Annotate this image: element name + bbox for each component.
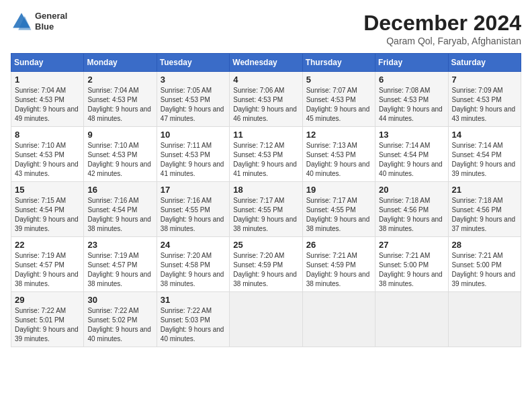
cell-info: Sunrise: 7:08 AMSunset: 4:53 PMDaylight:… xyxy=(379,86,444,124)
calendar-cell: 4Sunrise: 7:06 AMSunset: 4:53 PMDaylight… xyxy=(230,72,302,127)
calendar-cell: 16Sunrise: 7:16 AMSunset: 4:54 PMDayligh… xyxy=(84,182,157,237)
day-number: 3 xyxy=(161,75,226,85)
calendar-cell: 22Sunrise: 7:19 AMSunset: 4:57 PMDayligh… xyxy=(11,237,84,292)
calendar-cell: 25Sunrise: 7:20 AMSunset: 4:59 PMDayligh… xyxy=(230,237,302,292)
cell-info: Sunrise: 7:16 AMSunset: 4:55 PMDaylight:… xyxy=(161,196,226,234)
cell-info: Sunrise: 7:19 AMSunset: 4:57 PMDaylight:… xyxy=(15,251,80,289)
calendar-cell xyxy=(448,292,521,347)
day-number: 22 xyxy=(15,240,80,250)
calendar-cell: 24Sunrise: 7:20 AMSunset: 4:58 PMDayligh… xyxy=(157,237,229,292)
cell-info: Sunrise: 7:06 AMSunset: 4:53 PMDaylight:… xyxy=(233,86,298,124)
calendar-cell: 26Sunrise: 7:21 AMSunset: 4:59 PMDayligh… xyxy=(302,237,375,292)
week-row-5: 29Sunrise: 7:22 AMSunset: 5:01 PMDayligh… xyxy=(11,292,521,347)
day-number: 11 xyxy=(233,130,298,140)
calendar-cell: 13Sunrise: 7:14 AMSunset: 4:54 PMDayligh… xyxy=(375,127,448,182)
cell-info: Sunrise: 7:22 AMSunset: 5:03 PMDaylight:… xyxy=(161,306,226,344)
header-row: SundayMondayTuesdayWednesdayThursdayFrid… xyxy=(11,54,521,72)
day-number: 25 xyxy=(233,240,298,250)
header-cell-saturday: Saturday xyxy=(448,54,521,72)
day-number: 28 xyxy=(452,240,517,250)
calendar-cell: 6Sunrise: 7:08 AMSunset: 4:53 PMDaylight… xyxy=(375,72,448,127)
calendar-cell: 3Sunrise: 7:05 AMSunset: 4:53 PMDaylight… xyxy=(157,72,229,127)
cell-info: Sunrise: 7:11 AMSunset: 4:53 PMDaylight:… xyxy=(161,141,226,179)
month-title: December 2024 xyxy=(363,11,521,36)
calendar-cell: 1Sunrise: 7:04 AMSunset: 4:53 PMDaylight… xyxy=(11,72,84,127)
calendar-cell: 8Sunrise: 7:10 AMSunset: 4:53 PMDaylight… xyxy=(11,127,84,182)
day-number: 6 xyxy=(379,75,444,85)
day-number: 24 xyxy=(161,240,226,250)
cell-info: Sunrise: 7:17 AMSunset: 4:55 PMDaylight:… xyxy=(233,196,298,234)
header-cell-wednesday: Wednesday xyxy=(230,54,302,72)
cell-info: Sunrise: 7:04 AMSunset: 4:53 PMDaylight:… xyxy=(87,86,152,124)
calendar-cell: 14Sunrise: 7:14 AMSunset: 4:54 PMDayligh… xyxy=(448,127,521,182)
day-number: 21 xyxy=(452,185,517,195)
calendar-cell: 15Sunrise: 7:15 AMSunset: 4:54 PMDayligh… xyxy=(11,182,84,237)
cell-info: Sunrise: 7:16 AMSunset: 4:54 PMDaylight:… xyxy=(87,196,152,234)
day-number: 7 xyxy=(452,75,517,85)
day-number: 19 xyxy=(306,185,371,195)
week-row-3: 15Sunrise: 7:15 AMSunset: 4:54 PMDayligh… xyxy=(11,182,521,237)
calendar-cell: 27Sunrise: 7:21 AMSunset: 5:00 PMDayligh… xyxy=(375,237,448,292)
cell-info: Sunrise: 7:19 AMSunset: 4:57 PMDaylight:… xyxy=(87,251,152,289)
calendar-cell: 21Sunrise: 7:18 AMSunset: 4:56 PMDayligh… xyxy=(448,182,521,237)
day-number: 31 xyxy=(161,295,226,305)
header-cell-friday: Friday xyxy=(375,54,448,72)
cell-info: Sunrise: 7:21 AMSunset: 4:59 PMDaylight:… xyxy=(306,251,371,289)
cell-info: Sunrise: 7:21 AMSunset: 5:00 PMDaylight:… xyxy=(452,251,517,289)
calendar-cell xyxy=(375,292,448,347)
page-header: General Blue December 2024 Qaram Qol, Fa… xyxy=(11,11,521,46)
calendar-cell: 20Sunrise: 7:18 AMSunset: 4:56 PMDayligh… xyxy=(375,182,448,237)
day-number: 29 xyxy=(15,295,80,305)
day-number: 9 xyxy=(87,130,152,140)
calendar-cell: 9Sunrise: 7:10 AMSunset: 4:53 PMDaylight… xyxy=(84,127,157,182)
logo: General Blue xyxy=(11,11,67,32)
cell-info: Sunrise: 7:22 AMSunset: 5:02 PMDaylight:… xyxy=(87,306,152,344)
calendar-cell: 11Sunrise: 7:12 AMSunset: 4:53 PMDayligh… xyxy=(230,127,302,182)
cell-info: Sunrise: 7:15 AMSunset: 4:54 PMDaylight:… xyxy=(15,196,80,234)
cell-info: Sunrise: 7:20 AMSunset: 4:59 PMDaylight:… xyxy=(233,251,298,289)
logo-text: General Blue xyxy=(35,11,67,32)
calendar-cell: 17Sunrise: 7:16 AMSunset: 4:55 PMDayligh… xyxy=(157,182,229,237)
day-number: 18 xyxy=(233,185,298,195)
cell-info: Sunrise: 7:21 AMSunset: 5:00 PMDaylight:… xyxy=(379,251,444,289)
day-number: 10 xyxy=(161,130,226,140)
day-number: 26 xyxy=(306,240,371,250)
logo-icon xyxy=(11,11,32,32)
cell-info: Sunrise: 7:12 AMSunset: 4:53 PMDaylight:… xyxy=(233,141,298,179)
day-number: 13 xyxy=(379,130,444,140)
calendar-table: SundayMondayTuesdayWednesdayThursdayFrid… xyxy=(11,53,521,347)
day-number: 8 xyxy=(15,130,80,140)
day-number: 4 xyxy=(233,75,298,85)
header-cell-monday: Monday xyxy=(84,54,157,72)
calendar-cell: 29Sunrise: 7:22 AMSunset: 5:01 PMDayligh… xyxy=(11,292,84,347)
cell-info: Sunrise: 7:07 AMSunset: 4:53 PMDaylight:… xyxy=(306,86,371,124)
day-number: 30 xyxy=(87,295,152,305)
header-cell-sunday: Sunday xyxy=(11,54,84,72)
location: Qaram Qol, Faryab, Afghanistan xyxy=(363,36,521,46)
calendar-cell: 2Sunrise: 7:04 AMSunset: 4:53 PMDaylight… xyxy=(84,72,157,127)
day-number: 1 xyxy=(15,75,80,85)
cell-info: Sunrise: 7:14 AMSunset: 4:54 PMDaylight:… xyxy=(379,141,444,179)
header-cell-thursday: Thursday xyxy=(302,54,375,72)
calendar-cell: 19Sunrise: 7:17 AMSunset: 4:55 PMDayligh… xyxy=(302,182,375,237)
cell-info: Sunrise: 7:18 AMSunset: 4:56 PMDaylight:… xyxy=(452,196,517,234)
day-number: 27 xyxy=(379,240,444,250)
cell-info: Sunrise: 7:05 AMSunset: 4:53 PMDaylight:… xyxy=(161,86,226,124)
calendar-cell: 23Sunrise: 7:19 AMSunset: 4:57 PMDayligh… xyxy=(84,237,157,292)
calendar-cell xyxy=(230,292,302,347)
day-number: 14 xyxy=(452,130,517,140)
cell-info: Sunrise: 7:04 AMSunset: 4:53 PMDaylight:… xyxy=(15,86,80,124)
calendar-cell: 7Sunrise: 7:09 AMSunset: 4:53 PMDaylight… xyxy=(448,72,521,127)
day-number: 5 xyxy=(306,75,371,85)
week-row-4: 22Sunrise: 7:19 AMSunset: 4:57 PMDayligh… xyxy=(11,237,521,292)
cell-info: Sunrise: 7:10 AMSunset: 4:53 PMDaylight:… xyxy=(15,141,80,179)
day-number: 2 xyxy=(87,75,152,85)
calendar-cell: 12Sunrise: 7:13 AMSunset: 4:53 PMDayligh… xyxy=(302,127,375,182)
day-number: 12 xyxy=(306,130,371,140)
calendar-cell xyxy=(302,292,375,347)
header-cell-tuesday: Tuesday xyxy=(157,54,229,72)
day-number: 23 xyxy=(87,240,152,250)
week-row-1: 1Sunrise: 7:04 AMSunset: 4:53 PMDaylight… xyxy=(11,72,521,127)
title-block: December 2024 Qaram Qol, Faryab, Afghani… xyxy=(363,11,521,46)
calendar-cell: 5Sunrise: 7:07 AMSunset: 4:53 PMDaylight… xyxy=(302,72,375,127)
